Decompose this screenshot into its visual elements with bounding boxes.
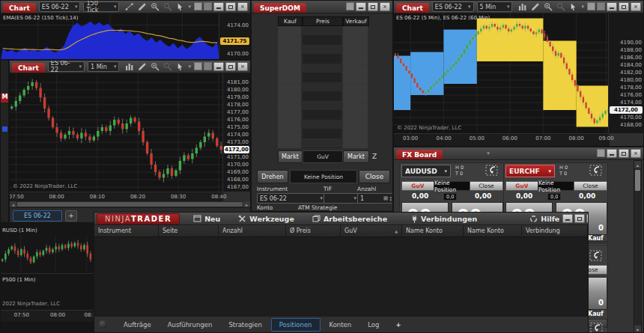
m5-chart-time-axis[interactable]: 03:0004:0005:0006:0007:0008:0009:00: [394, 133, 610, 147]
m1-chart-price-axis[interactable]: 4181,004180,004179,004178,004177,004176,…: [222, 73, 250, 192]
toolbar-more-icon[interactable]: ▾: [188, 64, 191, 70]
zoom-out-tool-icon[interactable]: [556, 2, 565, 11]
dom-instrument-selector[interactable]: ES 06-22▾: [257, 193, 326, 204]
restore-button[interactable]: [619, 2, 629, 11]
zoom-out-tool-icon[interactable]: [163, 2, 172, 11]
scroll-down-arrow[interactable]: ▾: [637, 327, 639, 332]
restore-button[interactable]: [225, 62, 236, 71]
column-preis[interactable]: Ø Preis: [286, 225, 341, 236]
chart-window-tab[interactable]: Chart: [3, 3, 36, 13]
tick-chart-price-axis[interactable]: 4174.004170.004171.75: [219, 13, 250, 60]
tab-es-06-22[interactable]: ES 06-22: [13, 210, 62, 222]
column-anzahl[interactable]: Anzahl: [219, 225, 286, 236]
scroll-up-arrow[interactable]: ▴: [634, 161, 641, 168]
close-button[interactable]: ×: [380, 2, 390, 11]
small-chart-time-axis[interactable]: 07:5008:0008:1: [1, 310, 95, 322]
instrument-selector[interactable]: ES 06-22▾: [432, 1, 474, 12]
zoom-in-tool-icon[interactable]: [151, 2, 160, 11]
tab-auftraege[interactable]: Aufträge: [116, 319, 159, 331]
drehen-button[interactable]: Drehen: [257, 170, 288, 183]
instrument-link-button[interactable]: [194, 62, 202, 70]
lasso-order-icon[interactable]: [589, 165, 603, 177]
cursor-tool-icon[interactable]: [176, 2, 184, 11]
tab-ausfuehrungen[interactable]: Ausführungen: [160, 319, 220, 331]
minimize-button[interactable]: [213, 2, 224, 11]
scroll-right-arrow[interactable]: ▸: [243, 201, 250, 207]
fx-board-scrollbar[interactable]: ▴ ▾: [634, 160, 642, 333]
fx-guv-button[interactable]: GuV: [505, 181, 538, 191]
restore-button[interactable]: [574, 214, 585, 223]
scrollbar-thumb[interactable]: [635, 170, 640, 191]
close-button[interactable]: ×: [237, 62, 248, 71]
link-button[interactable]: [597, 149, 605, 157]
small-chart-plot[interactable]: [1, 235, 92, 271]
restore-button[interactable]: [619, 149, 629, 158]
column-guv[interactable]: GuV▲: [341, 225, 402, 236]
close-button[interactable]: ×: [631, 2, 641, 11]
instrument-link-button[interactable]: [194, 2, 202, 10]
markt-buy-button[interactable]: Markt: [278, 150, 303, 163]
lasso-order-icon[interactable]: [485, 165, 499, 177]
interval-selector[interactable]: 1 Min▾: [88, 61, 119, 72]
minimize-button[interactable]: [356, 2, 366, 11]
tab-log[interactable]: Log: [360, 319, 386, 331]
column-name-konto-1[interactable]: Name Konto: [402, 225, 464, 236]
menu-arbeitsbereiche[interactable]: Arbeitsbereiche: [312, 215, 387, 223]
grid-icon[interactable]: ▦: [383, 195, 389, 201]
m1-chart-time-axis[interactable]: 07:5008:0008:1008:2008:3008:40: [10, 192, 223, 202]
superdom-window-tab[interactable]: SuperDOM: [254, 3, 306, 13]
toolbar-more-icon[interactable]: ▾: [581, 4, 584, 10]
dom-price-ladder[interactable]: [303, 26, 341, 148]
pencil-tool-icon[interactable]: [531, 2, 540, 11]
m1-chart-plot[interactable]: © 2022 NinjaTrader, LLC: [10, 73, 223, 192]
trendline-tool-icon[interactable]: [125, 2, 134, 11]
lasso-order-icon[interactable]: [590, 323, 604, 333]
menu-hilfe[interactable]: Hilfe: [529, 215, 559, 223]
interval-link-button[interactable]: [204, 2, 212, 10]
minimize-button[interactable]: [607, 149, 617, 158]
lasso-order-icon[interactable]: [589, 250, 603, 262]
fx-board-dropdown-icon[interactable]: ▾: [487, 150, 490, 156]
tick-chart-plot[interactable]: EMA(ES 06-22 (150 Tick),14): [1, 13, 219, 60]
zoom-in-tool-icon[interactable]: [544, 2, 553, 11]
tab-strategien[interactable]: Strategien: [221, 319, 269, 331]
interval-selector[interactable]: 150 Tick▾: [83, 1, 119, 12]
dom-quantity-stepper[interactable]: 1▦▴▾: [357, 193, 393, 204]
menu-werkzeuge[interactable]: Werkzeuge: [238, 215, 294, 223]
minimize-button[interactable]: [562, 214, 573, 223]
instrument-link-button[interactable]: [346, 2, 354, 10]
close-button[interactable]: ×: [237, 2, 248, 11]
minimize-button[interactable]: [213, 62, 224, 71]
m5-chart-plot[interactable]: ES 06-22 (5 Min), ES 06-22 (60 Min) © 20…: [394, 13, 610, 133]
fx-guv-button[interactable]: GuV: [401, 181, 434, 191]
fx-close-button[interactable]: Close: [470, 181, 503, 191]
interval-selector[interactable]: 5 Min▾: [477, 1, 513, 12]
scrollbar-thumb[interactable]: [17, 202, 243, 207]
tab-konten[interactable]: Konten: [322, 319, 359, 331]
cursor-tool-icon[interactable]: [569, 2, 577, 11]
fx-board-window-tab[interactable]: FX Board: [396, 150, 443, 159]
close-button[interactable]: ×: [631, 149, 641, 158]
toolbar-more-icon[interactable]: ▾: [188, 4, 191, 10]
chart-style-icon[interactable]: [125, 62, 134, 71]
add-tab-button[interactable]: +: [65, 210, 77, 222]
markt-sell-button[interactable]: Markt: [343, 150, 369, 163]
instrument-selector[interactable]: ES 06-22▾: [39, 1, 81, 12]
restore-button[interactable]: [368, 2, 378, 11]
chart-window-tab[interactable]: Chart: [396, 3, 429, 13]
close-position-button[interactable]: Close: [359, 170, 390, 183]
instrument-link-button[interactable]: [587, 2, 595, 10]
menu-verbindungen[interactable]: Verbindungen: [411, 215, 477, 223]
panel-divider[interactable]: [1, 273, 95, 274]
interval-link-button[interactable]: [597, 2, 605, 10]
add-tab-button[interactable]: +: [388, 319, 408, 331]
zoom-out-tool-icon[interactable]: [163, 62, 172, 71]
fx-pair-selector[interactable]: AUDUSD▾: [401, 165, 451, 177]
minimize-button[interactable]: [607, 2, 617, 11]
interval-link-button[interactable]: [204, 62, 212, 70]
column-instrument[interactable]: Instrument: [94, 225, 159, 236]
menu-neu[interactable]: Neu: [193, 215, 220, 223]
instrument-selector[interactable]: ES 06-22▾: [48, 61, 85, 72]
column-name-konto-2[interactable]: Name Konto: [464, 225, 522, 236]
zoom-in-tool-icon[interactable]: [151, 62, 160, 71]
